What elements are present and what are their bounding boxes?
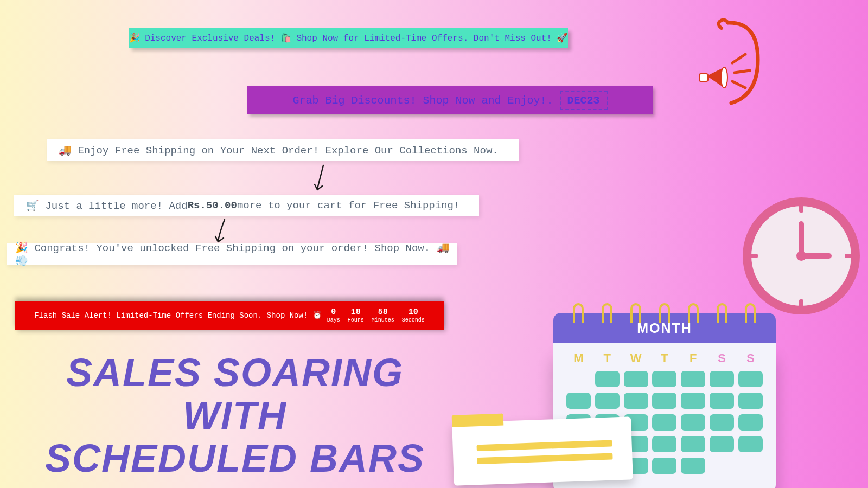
promo-bar-discount-code: Grab Big Discounts! Shop Now and Enjoy!.… (247, 86, 653, 114)
svg-point-14 (796, 251, 806, 261)
countdown-days: 0 (331, 307, 336, 317)
svg-rect-1 (699, 74, 708, 81)
svg-rect-8 (799, 203, 803, 213)
promo-bar-free-shipping-info: 🚚 Enjoy Free Shipping on Your Next Order… (47, 139, 519, 161)
svg-rect-11 (845, 254, 854, 258)
promo-bar-free-shipping-threshold: 🛒 Just a little more! Add Rs.50.00 more … (14, 195, 479, 216)
countdown-timer: 0Days 18Hours 58Minutes 10Seconds (327, 307, 425, 324)
countdown-hours: 18 (351, 307, 361, 317)
promo-text: 🎉 Congrats! You've unlocked Free Shippin… (15, 241, 457, 267)
arrow-icon (310, 164, 332, 194)
promo-amount: Rs.50.00 (188, 200, 237, 211)
svg-rect-9 (799, 299, 803, 309)
promo-bar-exclusive-deals: 🎉 Discover Exclusive Deals! 🛍️ Shop Now … (129, 28, 568, 48)
countdown-seconds: 10 (409, 307, 418, 317)
clock-icon (738, 192, 865, 320)
svg-point-2 (721, 67, 727, 88)
headline-line-2: SCHEDULED BARS (10, 437, 460, 480)
headline-line-1: SALES SOARING WITH (10, 351, 460, 437)
promo-text-suffix: more to your cart for Free Shipping! (237, 200, 459, 211)
countdown-minutes: 58 (378, 307, 388, 317)
promo-text-prefix: 🛒 Just a little more! Add (26, 199, 188, 212)
svg-line-4 (735, 70, 750, 73)
promo-text: 🎉 Discover Exclusive Deals! 🛍️ Shop Now … (129, 33, 568, 43)
promo-bar-flash-sale-countdown: Flash Sale Alert! Limited-Time Offers En… (15, 301, 444, 330)
svg-line-3 (732, 54, 745, 63)
sticky-note-illustration (452, 416, 633, 485)
marketing-headline: SALES SOARING WITH SCHEDULED BARS (10, 351, 460, 480)
promo-text: Grab Big Discounts! Shop Now and Enjoy!. (292, 94, 553, 107)
promo-code-badge[interactable]: DEC23 (560, 91, 608, 110)
svg-line-5 (732, 81, 745, 88)
promo-text: 🚚 Enjoy Free Shipping on Your Next Order… (59, 144, 499, 157)
megaphone-icon (694, 16, 781, 108)
promo-bar-free-shipping-unlocked: 🎉 Congrats! You've unlocked Free Shippin… (7, 243, 457, 265)
svg-rect-10 (748, 254, 758, 258)
promo-text: Flash Sale Alert! Limited-Time Offers En… (34, 311, 321, 320)
calendar-weekday-row: M T W T F S S (564, 351, 765, 365)
